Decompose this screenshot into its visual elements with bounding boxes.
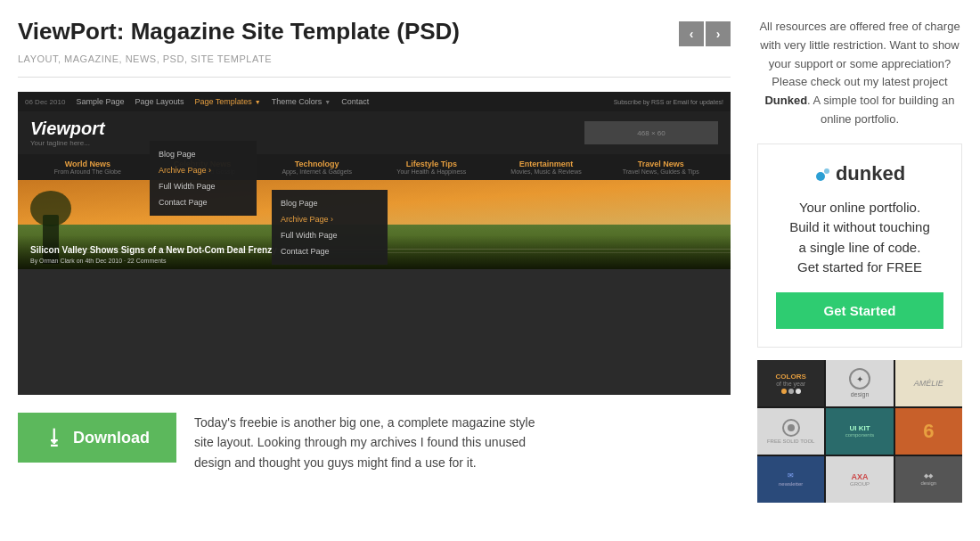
mock-tagline: Your tagline here... [30,139,105,147]
mock-logo: Viewport [30,119,105,139]
main-content: ViewPort: Magazine Site Template (PSD) ‹… [18,18,731,503]
post-header: ViewPort: Magazine Site Template (PSD) ‹… [18,18,731,46]
page-wrapper: ViewPort: Magazine Site Template (PSD) ‹… [0,0,980,521]
mock-banner: 468 × 60 [584,121,718,144]
portfolio-cell-4: FREE SOLID TOOL [757,408,824,455]
dunked-project-name: Dunked [764,94,807,107]
mock-page-templates-dropdown: Blog Page Archive Page › Full Width Page… [150,141,257,216]
dunked-tagline: Your online portfolio.Build it without t… [776,198,943,278]
portfolio-cell-1: COLORS of the year [757,360,824,406]
portfolio-cell-6: 6 [895,408,962,455]
portfolio-grid: COLORS of the year ✦ design AMÉLIE [757,360,962,503]
portfolio-cell-7: ✉newsletter [757,456,824,503]
portfolio-cell-5: UI KIT components [826,408,893,455]
post-excerpt: Today's freebie is another big one, a co… [194,413,535,472]
sidebar-info-part2: . A simple tool for building an online p… [807,94,955,126]
portfolio-cell-8: AXA GROUP [826,456,893,503]
post-title: ViewPort: Magazine Site Template (PSD) [18,18,460,45]
portfolio-cell-2: ✦ design [826,360,893,406]
portfolio-cell-9: ◆◆design [895,456,962,503]
mock-categories: World NewsFrom Around The Globe Celebrit… [18,154,731,180]
mock-browser: 06 Dec 2010 Sample Page Page Layouts Pag… [18,92,731,395]
svg-point-0 [816,172,825,181]
prev-arrow[interactable]: ‹ [679,21,704,46]
mock-entertainment-dropdown: Blog Page Archive Page › Full Width Page… [272,190,388,265]
dunked-logo-icon [814,165,832,183]
sidebar: All resources are offered free of charge… [757,18,962,503]
next-arrow[interactable]: › [706,21,731,46]
excerpt-line1: Today's freebie is another big one, a co… [194,415,535,430]
excerpt-line2: site layout. Looking through my archives… [194,435,526,449]
download-label: Download [73,429,150,447]
excerpt-line3: design and thought you guys might find a… [194,455,477,470]
download-button[interactable]: ⭳ Download [18,413,176,463]
mock-nav-bar: 06 Dec 2010 Sample Page Page Layouts Pag… [18,92,731,111]
preview-image: 06 Dec 2010 Sample Page Page Layouts Pag… [18,92,731,395]
sidebar-info-part1: All resources are offered free of charge… [759,20,960,88]
svg-point-1 [824,168,829,174]
post-divider [18,77,731,78]
portfolio-cell-3: AMÉLIE [895,360,962,406]
dunked-name: dunked [836,162,905,185]
dunked-card: dunked Your online portfolio.Build it wi… [757,143,962,348]
nav-arrows: ‹ › [679,21,731,46]
sidebar-info-text: All resources are offered free of charge… [757,18,962,129]
download-icon: ⭳ [45,426,64,449]
post-tags: LAYOUT, MAGAZINE, NEWS, PSD, SITE TEMPLA… [18,53,731,64]
download-section: ⭳ Download Today's freebie is another bi… [18,413,731,472]
dunked-cta-button[interactable]: Get Started [776,292,943,329]
dunked-logo: dunked [776,162,943,185]
